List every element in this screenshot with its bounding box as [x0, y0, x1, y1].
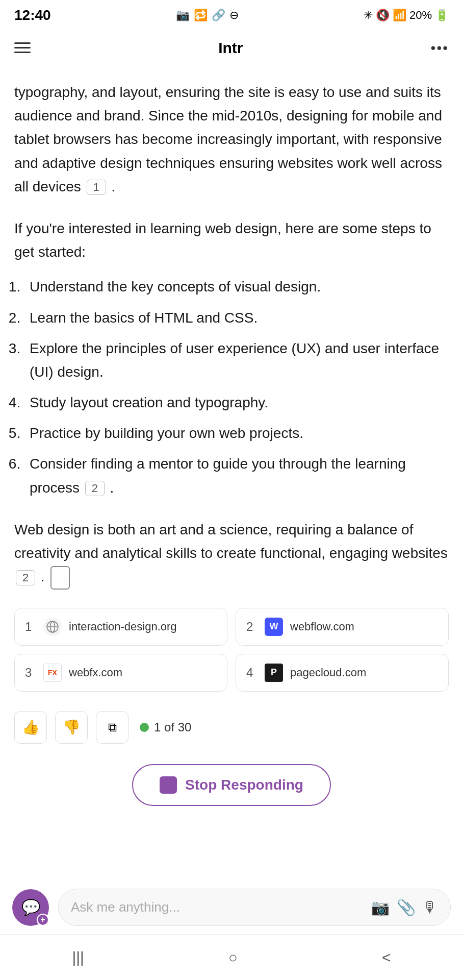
plus-badge: + — [37, 914, 49, 926]
link-icon: 🔗 — [212, 9, 225, 22]
sim-icon: 🔁 — [194, 9, 208, 22]
citation-badge-1[interactable]: 1 — [87, 180, 106, 195]
battery-icon: 🔋 — [435, 9, 449, 22]
stop-icon — [160, 776, 177, 794]
camera-input-icon[interactable]: 📷 — [371, 898, 390, 916]
list-item-2: Learn the basics of HTML and CSS. — [24, 306, 449, 330]
wifi-icon: 📶 — [393, 9, 406, 22]
thumbs-up-button[interactable]: 👍 — [14, 711, 47, 744]
source-domain-4: pagecloud.com — [290, 666, 366, 679]
source-favicon-4: P — [265, 664, 283, 682]
chat-avatar[interactable]: 💬 + — [12, 889, 49, 926]
hamburger-line-1 — [14, 42, 31, 44]
chat-avatar-icon: 💬 — [21, 898, 40, 916]
hamburger-line-3 — [14, 52, 31, 53]
citation-badge-list-2[interactable]: 2 — [85, 481, 105, 496]
home-button[interactable]: ○ — [228, 949, 238, 966]
source-domain-3: webfx.com — [69, 666, 122, 679]
thumbs-down-button[interactable]: 👎 — [55, 711, 88, 744]
back-button[interactable]: < — [382, 949, 391, 966]
status-time: 12:40 — [14, 7, 51, 23]
source-card-4[interactable]: 4 P pagecloud.com — [236, 654, 449, 692]
mute-icon: 🔇 — [376, 9, 390, 22]
source-number-3: 3 — [25, 666, 36, 680]
source-favicon-2: W — [265, 618, 283, 636]
copy-button[interactable]: ⧉ — [96, 711, 128, 744]
do-not-disturb-icon: ⊖ — [229, 9, 239, 22]
stop-responding-container: Stop Responding — [14, 754, 449, 821]
list-item-4: Study layout creation and typography. — [24, 391, 449, 414]
paragraph-3: Web design is both an art and a science,… — [14, 518, 449, 590]
mic-icon[interactable]: 🎙 — [423, 899, 438, 916]
menu-button[interactable] — [14, 42, 31, 53]
list-item-1: Understand the key concepts of visual de… — [24, 275, 449, 299]
source-card-3[interactable]: 3 FX webfx.com — [14, 654, 227, 692]
page-indicator: 1 of 30 — [140, 720, 191, 734]
source-domain-2: webflow.com — [290, 620, 354, 633]
citation-badge-2[interactable]: 2 — [16, 570, 35, 585]
bottom-nav: ||| ○ < — [0, 934, 463, 980]
input-box[interactable]: Ask me anything... 📷 📎 🎙 — [58, 889, 451, 926]
status-bar: 12:40 📷 🔁 🔗 ⊖ ✳ 🔇 📶 20% 🔋 — [0, 0, 463, 30]
main-content: typography, and layout, ensuring the sit… — [0, 66, 463, 837]
app-bar: Intr ••• — [0, 30, 463, 66]
list-item-3: Explore the principles of user experienc… — [24, 337, 449, 384]
app-title: Intr — [218, 39, 243, 57]
page-count: 1 of 30 — [154, 720, 191, 734]
phone-icon — [50, 566, 70, 590]
source-card-1[interactable]: 1 interaction-design.org — [14, 608, 227, 646]
source-number-4: 4 — [246, 666, 258, 680]
camera-icon: 📷 — [176, 9, 190, 22]
action-bar: 👍 👎 ⧉ 1 of 30 — [14, 706, 449, 754]
copy-icon: ⧉ — [108, 720, 117, 734]
source-card-2[interactable]: 2 W webflow.com — [236, 608, 449, 646]
status-right: ✳ 🔇 📶 20% 🔋 — [364, 9, 449, 22]
thumbs-up-icon: 👍 — [22, 719, 40, 736]
hamburger-line-2 — [14, 47, 31, 48]
more-options-button[interactable]: ••• — [431, 40, 449, 56]
input-placeholder[interactable]: Ask me anything... — [71, 899, 364, 915]
bluetooth-icon: ✳ — [364, 9, 373, 22]
list-item-5: Practice by building your own web projec… — [24, 422, 449, 445]
recent-apps-button[interactable]: ||| — [72, 949, 84, 966]
active-dot — [140, 723, 149, 732]
paragraph-intro: If you're interested in learning web des… — [14, 217, 449, 264]
source-favicon-1 — [43, 618, 62, 636]
sources-grid: 1 interaction-design.org 2 W webflow.com… — [14, 608, 449, 692]
input-area: 💬 + Ask me anything... 📷 📎 🎙 — [0, 880, 463, 934]
stop-responding-label: Stop Responding — [185, 777, 303, 793]
steps-list: Understand the key concepts of visual de… — [14, 275, 449, 500]
list-item-6: Consider finding a mentor to guide you t… — [24, 452, 449, 499]
source-domain-1: interaction-design.org — [69, 620, 177, 633]
attach-icon[interactable]: 📎 — [397, 898, 416, 916]
stop-responding-button[interactable]: Stop Responding — [132, 764, 331, 806]
source-favicon-3: FX — [43, 664, 62, 682]
paragraph-1: typography, and layout, ensuring the sit… — [14, 81, 449, 199]
status-icons: 📷 🔁 🔗 ⊖ — [176, 9, 239, 22]
thumbs-down-icon: 👎 — [63, 719, 81, 736]
source-number-2: 2 — [246, 620, 258, 634]
battery-percent: 20% — [409, 9, 432, 22]
source-number-1: 1 — [25, 620, 36, 634]
